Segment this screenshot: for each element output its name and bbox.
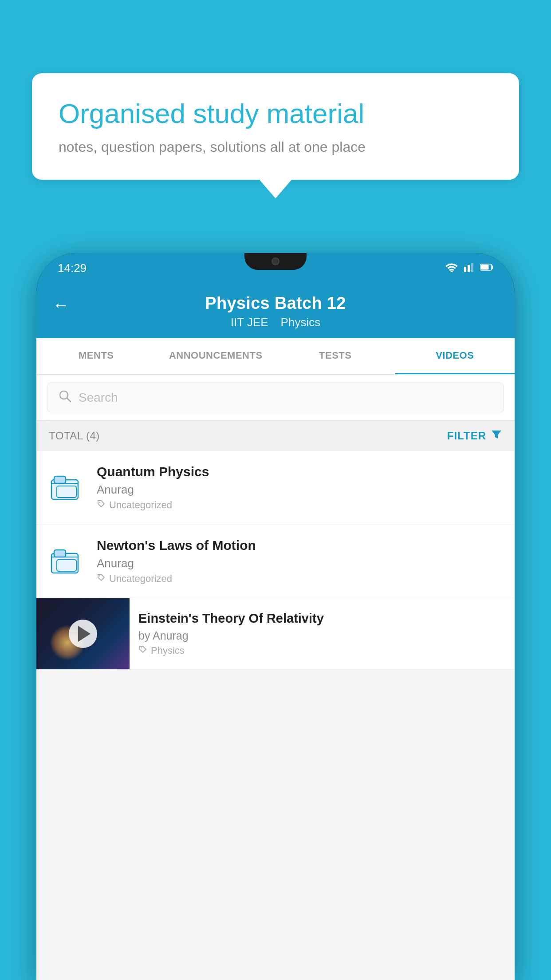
tab-videos[interactable]: VIDEOS — [395, 338, 515, 374]
item-tag: Physics — [138, 645, 506, 656]
header-sub2: Physics — [281, 316, 321, 329]
search-placeholder: Search — [79, 391, 118, 405]
bubble-subtitle: notes, question papers, solutions all at… — [59, 139, 492, 155]
filter-button[interactable]: FILTER — [447, 429, 502, 443]
tab-ments[interactable]: MENTS — [36, 338, 156, 374]
search-icon — [58, 389, 71, 406]
tab-tests[interactable]: TESTS — [276, 338, 395, 374]
item-title: Newton's Laws of Motion — [97, 538, 502, 553]
tag-icon — [97, 573, 106, 585]
header-subtitles: IIT JEE Physics — [231, 316, 320, 329]
item-tag: Uncategorized — [97, 573, 502, 585]
list-item[interactable]: Einstein's Theory Of Relativity by Anura… — [36, 598, 515, 670]
svg-point-18 — [141, 647, 142, 648]
list-item[interactable]: Quantum Physics Anurag Uncategorized — [36, 451, 515, 525]
svg-line-8 — [67, 398, 71, 402]
video-list: Quantum Physics Anurag Uncategorized — [36, 451, 515, 670]
status-time: 14:29 — [58, 261, 87, 275]
filter-label: FILTER — [447, 430, 486, 442]
status-bar: 14:29 — [36, 253, 515, 283]
tag-label: Uncategorized — [109, 499, 172, 511]
tag-label: Uncategorized — [109, 573, 172, 585]
svg-rect-12 — [57, 486, 76, 498]
phone-frame: 14:29 — [36, 253, 515, 980]
tabs: MENTS ANNOUNCEMENTS TESTS VIDEOS — [36, 338, 515, 375]
speech-bubble: Organised study material notes, question… — [32, 73, 519, 180]
folder-icon — [49, 470, 84, 506]
svg-marker-9 — [492, 431, 501, 439]
item-author: by Anurag — [138, 629, 506, 642]
play-triangle-icon — [78, 626, 91, 642]
list-item[interactable]: Newton's Laws of Motion Anurag Uncategor… — [36, 525, 515, 598]
item-tag: Uncategorized — [97, 499, 502, 511]
svg-point-0 — [451, 270, 453, 272]
camera-dot — [272, 257, 279, 265]
svg-rect-1 — [464, 267, 466, 272]
app-header: ← Physics Batch 12 IIT JEE Physics — [36, 283, 515, 338]
svg-point-17 — [99, 575, 100, 576]
video-thumbnail — [36, 598, 130, 669]
header-title: Physics Batch 12 — [205, 294, 346, 313]
tag-icon — [138, 645, 147, 656]
item-title: Einstein's Theory Of Relativity — [138, 611, 506, 626]
signal-icon — [464, 262, 474, 274]
tag-icon — [97, 499, 106, 511]
search-bar-wrap: Search — [36, 375, 515, 421]
tab-announcements[interactable]: ANNOUNCEMENTS — [156, 338, 276, 374]
play-button[interactable] — [69, 620, 97, 648]
back-button[interactable]: ← — [52, 296, 69, 315]
filter-row: TOTAL (4) FILTER — [36, 421, 515, 451]
header-sub1: IIT JEE — [231, 316, 268, 329]
item-info: Newton's Laws of Motion Anurag Uncategor… — [97, 538, 502, 585]
svg-rect-16 — [57, 560, 76, 571]
item-info: Einstein's Theory Of Relativity by Anura… — [130, 601, 515, 666]
folder-icon — [49, 544, 84, 579]
notch — [244, 253, 307, 270]
phone-content: Search TOTAL (4) FILTER — [36, 375, 515, 980]
search-bar[interactable]: Search — [47, 383, 504, 412]
bubble-title: Organised study material — [59, 98, 492, 129]
svg-rect-15 — [54, 550, 66, 557]
status-icons — [445, 262, 493, 274]
svg-rect-11 — [54, 476, 66, 483]
svg-rect-3 — [471, 263, 473, 272]
battery-icon — [480, 263, 493, 273]
tag-label: Physics — [151, 645, 185, 656]
item-author: Anurag — [97, 557, 502, 570]
item-author: Anurag — [97, 483, 502, 497]
total-label: TOTAL (4) — [49, 430, 100, 442]
svg-rect-6 — [492, 265, 493, 269]
svg-rect-5 — [481, 265, 489, 269]
svg-point-13 — [99, 502, 100, 502]
wifi-icon — [445, 262, 458, 274]
filter-icon — [491, 429, 502, 443]
svg-rect-2 — [468, 265, 470, 272]
item-title: Quantum Physics — [97, 464, 502, 479]
item-info: Quantum Physics Anurag Uncategorized — [97, 464, 502, 511]
